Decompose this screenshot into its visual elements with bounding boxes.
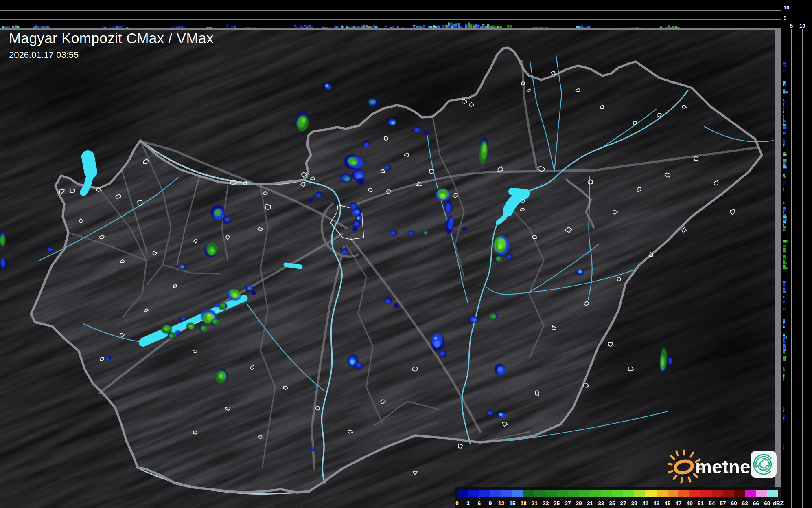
colorbar-segment [612,490,623,497]
right-profile-mark [785,265,786,267]
right-profile-mark [784,415,785,417]
colorbar-tick-label: 29 [576,500,582,506]
right-profile-mark [783,410,784,412]
right-profile-mark [786,356,787,358]
right-profile-mark [783,207,786,209]
echo-layer [181,266,184,268]
echo-layer [488,411,492,415]
echo-layer [326,84,328,87]
colorbar-tick-label: 21 [532,500,538,506]
echo-cell [357,178,364,185]
echo-cell [251,291,256,295]
product-title: Magyar Kompozit CMax / VMax [9,30,214,46]
radar-composite-screen: 10 5 5 10 [0,0,812,508]
right-profile-mark [783,301,785,303]
top-profile-mark [363,25,365,26]
right-profile-mark [784,296,784,298]
top-axis-10km-label: 10 [784,5,789,10]
colorbar-tick-label: 6 [478,500,481,506]
right-profile-mark [783,356,786,358]
echo-layer [350,359,355,364]
right-profile-mark [783,449,784,451]
right-profile-mark [784,221,786,223]
right-profile-mark [783,444,784,446]
title-block: Magyar Kompozit CMax / VMax 2026.01.17 0… [9,30,214,60]
right-profile-mark [786,207,786,209]
echo-cell [324,83,331,90]
colorbar-segment [601,490,612,497]
top-profile-mark [373,25,375,25]
metnet-wordmark: metnet [695,456,757,477]
right-profile-mark [783,257,786,259]
echo-cell [408,231,414,235]
right-profile-mark [784,250,786,252]
echo-layer [446,203,451,213]
echo-cell [353,220,361,227]
colorbar-segment [557,490,568,497]
colorbar-unit: dBZ [773,500,784,506]
right-profile-mark [783,358,784,361]
right-profile-mark [785,229,785,231]
right-profile-mark [783,326,784,328]
right-profile-mark [783,62,786,64]
echo-cell [494,235,509,255]
top-profile-mark [370,26,372,26]
top-profile-mark [176,27,178,27]
right-axis-5km-label: 5 [790,23,793,29]
echo-cell [46,247,53,252]
colorbar-segment [657,490,668,497]
echo-layer [496,257,500,260]
right-profile-mark [783,221,784,223]
echo-layer [0,236,4,244]
top-profile-mark [448,22,450,23]
top-profile-mark [468,25,470,27]
right-profile-mark [787,159,787,161]
right-profile-mark [785,349,786,351]
top-profile-mark [234,25,236,26]
top-profile-mark [311,26,313,27]
right-profile-mark [783,118,784,120]
colorbar-band [457,490,778,497]
echo-cell [394,303,399,308]
colorbar-segment [723,490,734,497]
profile-axes-corner: 10 5 5 10 [781,0,812,29]
colorbar-segment [546,490,557,497]
echo-cell [352,226,358,231]
echo-cell [469,316,478,323]
top-profile-mark [672,26,674,27]
right-profile-mark [783,415,784,417]
echo-layer [434,337,437,340]
right-profile-mark [783,321,784,323]
top-profile-mark [433,25,435,27]
echo-layer [164,328,167,330]
echo-layer [215,209,221,216]
right-profile-mark [785,164,786,166]
right-profile-mark [783,376,784,378]
right-profile-mark [784,417,785,419]
colorbar-segment [457,490,468,497]
right-profile-mark [783,229,785,231]
right-profile-mark [783,191,785,193]
echo-layer [169,334,173,338]
echo-cell [576,269,584,275]
echo-layer [210,248,214,253]
echo-layer [251,291,256,295]
colorbar-tick-label: 35 [609,500,615,506]
right-profile-mark [783,138,784,140]
echo-layer [425,232,427,234]
radar-map-area [0,30,775,508]
top-profile-mark [366,26,368,27]
right-profile-mark [783,166,786,168]
right-profile-mark [783,291,784,293]
top-profile-mark [448,23,450,26]
echo-layer [462,227,467,231]
right-profile-mark [783,248,785,250]
echo-layer [414,128,420,132]
echo-cell [309,198,313,202]
colorbar-tick-label: 31 [587,500,593,506]
echo-cell [433,336,438,340]
right-profile-mark [783,70,785,72]
right-profile-mark [783,89,785,91]
echo-layer [391,122,395,125]
colorbar-tick-label: 12 [498,500,504,506]
